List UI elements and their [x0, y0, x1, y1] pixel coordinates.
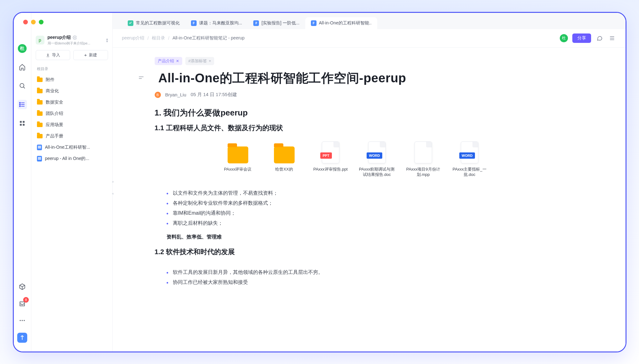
- folder-icon: [37, 123, 43, 127]
- svg-point-2: [19, 104, 20, 105]
- sidebar-folder[interactable]: 团队介绍: [34, 108, 110, 119]
- sidebar-item-label: All-in-One工程科研智...: [45, 145, 90, 150]
- sidebar-item-label: peerup - All in One的...: [45, 156, 90, 161]
- file-tile[interactable]: WORDPAxxx前期调试与测试结果报告.doc: [358, 141, 396, 177]
- author-avatar: B: [155, 92, 161, 98]
- left-rail: 杜 8: [14, 13, 31, 351]
- tab-label: All-in-One的工程科研智能..: [319, 20, 372, 26]
- heading-1: 1. 我们为什么要做peerup: [155, 107, 600, 118]
- add-tag-button[interactable]: #添加标签 +: [185, 57, 214, 65]
- file-tile[interactable]: 给曾XX的: [265, 141, 303, 177]
- sidebar-item-label: 附件: [46, 77, 54, 83]
- file-label: 给曾XX的: [275, 167, 293, 172]
- folder-icon: [228, 146, 248, 163]
- file-label: PAxxx前期调试与测试结果报告.doc: [358, 167, 396, 177]
- bullet-list: 以文件和文件夹为主体的管理，不易查找资料；各种定制化和专业软件带来的多样数据格式…: [167, 188, 600, 228]
- sidebar-section-root: 根目录: [31, 64, 112, 74]
- window-controls: [23, 20, 44, 24]
- sidebar-folder[interactable]: 附件: [34, 74, 110, 85]
- sidebar-item-label: 应用场景: [46, 122, 63, 128]
- author-name: Bryan_Liu: [165, 92, 187, 97]
- grid-icon[interactable]: [18, 119, 27, 128]
- breadcrumb-item[interactable]: 根目录: [152, 35, 165, 41]
- comment-icon[interactable]: [595, 34, 604, 42]
- svg-point-3: [19, 106, 20, 107]
- share-button[interactable]: 分享: [572, 33, 591, 43]
- sidebar-item-label: 商业化: [46, 88, 59, 94]
- menu-icon[interactable]: [608, 34, 616, 42]
- cube-icon[interactable]: [18, 282, 27, 291]
- workspace-subtitle: 用一些demo例子来介绍pe...: [48, 41, 90, 46]
- sidebar-folder[interactable]: 产品手册: [34, 131, 110, 142]
- sidebar-folder[interactable]: 应用场景: [34, 119, 110, 131]
- doc-meta: B Bryan_Liu 05 月 14 日 17:55创建: [155, 92, 600, 98]
- collaborator-avatar[interactable]: 杜: [560, 34, 568, 42]
- svg-point-9: [22, 320, 23, 321]
- tag-chip[interactable]: 产品介绍 ✕: [155, 57, 182, 65]
- word-badge: WORD: [459, 152, 475, 159]
- svg-point-11: [74, 37, 75, 38]
- more-icon[interactable]: [18, 316, 27, 325]
- maximize-window-icon[interactable]: [39, 20, 44, 24]
- file-icon: [415, 141, 432, 163]
- sidebar-doc[interactable]: All-in-One工程科研智...: [34, 142, 110, 153]
- doc-icon: [37, 156, 42, 161]
- app-window: 杜 8: [13, 12, 626, 352]
- breadcrumb-item[interactable]: peerup介绍: [122, 35, 145, 41]
- launcher-icon[interactable]: [17, 333, 27, 343]
- svg-rect-7: [23, 124, 25, 126]
- outline-toggle-icon[interactable]: [138, 74, 145, 81]
- workspace-title: peerup介绍: [48, 35, 71, 40]
- new-button[interactable]: + 新建: [73, 50, 108, 60]
- tab-bar: 常见的工程数据可视化课题：马来酰亚胺均...[实验报告] 一阶低...All-i…: [113, 13, 626, 29]
- list-item: 各种定制化和专业软件带来的多样数据格式；: [167, 198, 600, 208]
- user-avatar[interactable]: 杜: [18, 44, 27, 53]
- doc-icon: [37, 145, 42, 150]
- svg-point-1: [19, 102, 20, 103]
- svg-rect-4: [20, 121, 22, 123]
- close-window-icon[interactable]: [23, 20, 28, 24]
- notification-badge: 8: [23, 297, 29, 303]
- file-tile[interactable]: PAxxx评审会议: [219, 141, 257, 177]
- chart-tab-icon: [128, 20, 133, 26]
- bullet-list: 软件工具的发展日新月异，其他领域的各种云原生的工具层出不穷。协同工作已经被大家所…: [167, 267, 600, 287]
- search-icon[interactable]: [18, 81, 27, 90]
- heading-2: 1.2 软件技术和时代的发展: [155, 247, 600, 257]
- tab[interactable]: [实验报告] 一阶低...: [248, 17, 305, 29]
- folder-icon: [37, 89, 43, 93]
- sidebar-item-label: 团队介绍: [46, 111, 63, 116]
- file-tile[interactable]: PAxxx项目9月份计划.mpp: [405, 141, 442, 177]
- home-icon[interactable]: [18, 62, 27, 72]
- gear-icon[interactable]: [73, 35, 77, 40]
- file-icon: WORD: [461, 141, 478, 163]
- tab[interactable]: 常见的工程数据可视化: [122, 17, 185, 29]
- collapse-handle-icon[interactable]: »«: [111, 181, 116, 194]
- file-tile[interactable]: WORDPAxxx主要指标_一批.doc: [451, 141, 488, 177]
- sidebar-folder[interactable]: 数据安全: [34, 97, 110, 108]
- minimize-window-icon[interactable]: [31, 20, 36, 24]
- import-button[interactable]: 导入: [36, 50, 70, 60]
- workspace-switcher[interactable]: p peerup介绍 用一些demo例子来介绍pe... ▴▾: [31, 35, 112, 50]
- heading-2: 1.1 工程科研人员文件、数据及行为的现状: [155, 123, 600, 133]
- file-label: PAxxx主要指标_一批.doc: [451, 167, 488, 177]
- doc-tab-icon: [191, 20, 197, 26]
- tab[interactable]: 课题：马来酰亚胺均...: [185, 17, 248, 29]
- remove-tag-icon[interactable]: ✕: [176, 59, 179, 63]
- sidebar-folder[interactable]: 商业化: [34, 85, 110, 97]
- file-label: PAxxx评审报告.ppt: [313, 167, 348, 172]
- breadcrumb: peerup介绍 / 根目录 / All-in-One工程科研智能笔记 - pe…: [122, 35, 245, 41]
- svg-rect-6: [20, 124, 22, 126]
- svg-rect-5: [23, 121, 25, 123]
- document-content: 产品介绍 ✕ #添加标签 + All-in-One的工程科研智能工作空间-pee…: [113, 48, 626, 351]
- list-item: 靠IM和Email的沟通和协同；: [167, 208, 600, 218]
- inbox-icon[interactable]: 8: [18, 299, 27, 308]
- word-badge: WORD: [367, 152, 383, 159]
- list-icon[interactable]: [18, 100, 27, 109]
- folder-icon: [37, 134, 43, 138]
- file-tile[interactable]: PPTPAxxx评审报告.ppt: [312, 141, 349, 177]
- list-item: 协同工作已经被大家所熟知和接受: [167, 277, 600, 287]
- file-label: PAxxx评审会议: [224, 167, 252, 172]
- sidebar-doc[interactable]: peerup - All in One的...: [34, 153, 110, 164]
- expand-collapse-icon[interactable]: ▴▾: [106, 38, 108, 43]
- tab[interactable]: All-in-One的工程科研智能..: [305, 17, 377, 29]
